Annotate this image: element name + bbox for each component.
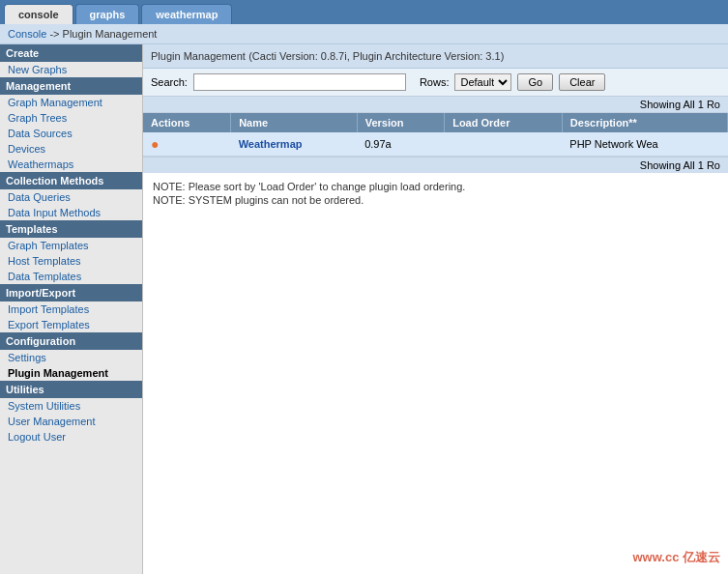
sidebar-item-weathermaps[interactable]: Weathermaps: [0, 157, 142, 172]
rows-label: Rows:: [420, 76, 450, 88]
sidebar-item-logout-user[interactable]: Logout User: [0, 429, 142, 445]
sidebar-item-devices[interactable]: Devices: [0, 141, 142, 157]
sidebar-item-data-sources[interactable]: Data Sources: [0, 126, 142, 141]
sidebar-item-data-queries[interactable]: Data Queries: [0, 189, 142, 205]
breadcrumb-arrow: ->: [49, 28, 62, 40]
sidebar-item-graph-management[interactable]: Graph Management: [0, 95, 142, 110]
plugins-table: Actions Name Version Load Order Descript…: [143, 113, 728, 157]
table-row: ●Weathermap0.97aPHP Network Wea: [143, 132, 728, 157]
main-layout: CreateNew GraphsManagementGraph Manageme…: [0, 44, 728, 574]
table-header-row: Actions Name Version Load Order Descript…: [143, 113, 728, 132]
showing-bottom: Showing All 1 Ro: [143, 157, 728, 173]
page-title: Plugin Management: [151, 50, 246, 62]
sidebar-header-configuration: Configuration: [0, 332, 142, 350]
tabs-bar: console graphs weathermap: [0, 0, 728, 24]
action-cell: ●: [143, 132, 231, 157]
sidebar-item-plugin-management[interactable]: Plugin Management: [0, 365, 142, 381]
sidebar-item-graph-templates[interactable]: Graph Templates: [0, 238, 142, 253]
sidebar-header-collection-methods: Collection Methods: [0, 172, 142, 189]
content-header: Plugin Management (Cacti Version: 0.8.7i…: [143, 44, 728, 69]
go-button[interactable]: Go: [517, 73, 553, 91]
notes: NOTE: Please sort by 'Load Order' to cha…: [143, 173, 728, 215]
watermark: www.cc 亿速云: [632, 549, 720, 566]
note-item: NOTE: SYSTEM plugins can not be ordered.: [153, 194, 718, 206]
page-subtitle: (Cacti Version: 0.8.7i, Plugin Architect…: [248, 50, 504, 62]
action-icon[interactable]: ●: [151, 136, 159, 152]
breadcrumb: Console -> Plugin Management: [0, 24, 728, 44]
sidebar-item-system-utilities[interactable]: System Utilities: [0, 398, 142, 414]
sidebar-item-settings[interactable]: Settings: [0, 350, 142, 365]
tab-console[interactable]: console: [4, 4, 73, 24]
sidebar-item-data-templates[interactable]: Data Templates: [0, 269, 142, 284]
sidebar-header-import/export: Import/Export: [0, 284, 142, 301]
description-cell: PHP Network Wea: [562, 132, 727, 157]
sidebar-header-create: Create: [0, 44, 142, 62]
content-area: Plugin Management (Cacti Version: 0.8.7i…: [143, 44, 728, 574]
search-label: Search:: [151, 76, 188, 88]
col-description: Description**: [562, 113, 727, 132]
plugin-link[interactable]: Weathermap: [239, 138, 303, 150]
load-order-cell: [445, 132, 563, 157]
name-cell: Weathermap: [231, 132, 358, 157]
sidebar-item-user-management[interactable]: User Management: [0, 414, 142, 429]
search-bar: Search: Rows: Default Go Clear: [143, 69, 728, 97]
rows-select[interactable]: Default: [454, 73, 511, 91]
tab-weathermap[interactable]: weathermap: [141, 4, 232, 24]
breadcrumb-current: Plugin Management: [63, 28, 158, 40]
col-load-order: Load Order: [445, 113, 563, 132]
note-item: NOTE: Please sort by 'Load Order' to cha…: [153, 181, 718, 192]
col-version: Version: [357, 113, 445, 132]
sidebar-item-export-templates[interactable]: Export Templates: [0, 317, 142, 332]
sidebar-item-import-templates[interactable]: Import Templates: [0, 301, 142, 317]
sidebar-item-new-graphs[interactable]: New Graphs: [0, 62, 142, 77]
sidebar: CreateNew GraphsManagementGraph Manageme…: [0, 44, 143, 574]
sidebar-header-management: Management: [0, 77, 142, 95]
breadcrumb-console-link[interactable]: Console: [8, 28, 46, 40]
sidebar-item-data-input-methods[interactable]: Data Input Methods: [0, 205, 142, 220]
sidebar-item-graph-trees[interactable]: Graph Trees: [0, 110, 142, 126]
clear-button[interactable]: Clear: [559, 73, 605, 91]
col-name: Name: [231, 113, 358, 132]
showing-top: Showing All 1 Ro: [143, 97, 728, 113]
sidebar-item-host-templates[interactable]: Host Templates: [0, 253, 142, 269]
search-input[interactable]: [193, 73, 406, 91]
sidebar-header-templates: Templates: [0, 220, 142, 238]
version-cell: 0.97a: [357, 132, 445, 157]
tab-graphs[interactable]: graphs: [75, 4, 140, 24]
table-container: Showing All 1 Ro Actions Name Version Lo…: [143, 97, 728, 173]
col-actions: Actions: [143, 113, 231, 132]
sidebar-header-utilities: Utilities: [0, 381, 142, 398]
